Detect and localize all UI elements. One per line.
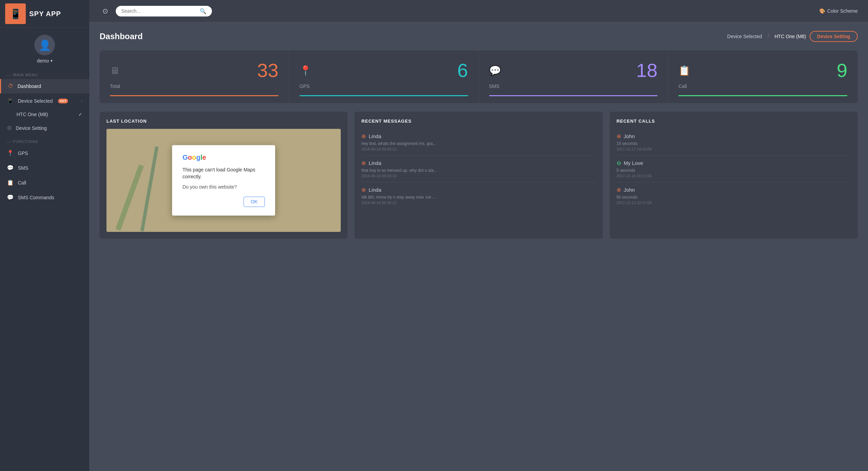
stat-total: 🖥 33 Total [100,51,289,103]
message-timestamp: 2016-06-10 09:20:10 [361,174,596,178]
sidebar-item-label: Call [18,180,26,186]
sidebar: 📱 SPY APP 👤 demo --- MAIN MENU ⏱ Dashboa… [0,0,89,471]
message-preview: hey lind, whats the assignment ms. gra..… [361,141,596,146]
call-timestamp: 2017-12-17 14:10:06 [617,147,851,151]
map-container: Google This page can't load Google Maps … [106,129,341,232]
gps-stat-icon: 📍 [300,65,312,76]
back-button[interactable]: ⊙ [100,5,111,16]
gps-label: GPS [300,83,468,89]
message-item[interactable]: ⊕ Linda hey lind, whats the assignment m… [361,129,596,156]
sms-commands-icon: 💬 [7,194,14,201]
sidebar-item-label: SMS Commands [18,195,54,200]
username[interactable]: demo [37,58,52,64]
sidebar-item-call[interactable]: 📋 Call [0,175,89,190]
panels-row: LAST LOCATION Google This page can't loa… [100,112,858,239]
messages-list: ⊕ Linda hey lind, whats the assignment m… [361,129,596,209]
gear-icon: ⚙ [7,125,12,131]
call-contact: John [624,133,635,139]
device-setting-button[interactable]: Device Setting [810,31,858,42]
htc-label: HTC One (M8) [16,112,48,117]
search-icon: 🔍 [200,8,206,14]
logo-icon: 📱 [5,3,26,24]
total-icon: 🖥 [110,65,120,76]
total-value: 33 [257,61,278,80]
gps-bar [300,95,468,96]
sidebar-item-device-setting[interactable]: ⚙ Device Setting [0,121,89,135]
sidebar-item-htc[interactable]: HTC One (M8) ✓ [0,108,89,121]
message-timestamp: 2016-06-10 09:40:11 [361,147,596,151]
message-direction-icon: ⊕ [361,187,366,193]
call-bar [678,95,847,96]
breadcrumb-device-selected: Device Selected [727,34,762,39]
recent-messages-title: RECENT MESSAGES [361,119,596,124]
color-scheme-icon: 🎨 [819,8,825,14]
sidebar-item-label: Device Setting [16,125,47,131]
functions-label: --- FUNCTIONS [0,135,89,146]
sidebar-item-label: GPS [18,150,28,156]
search-input[interactable] [121,8,197,14]
stats-row: 🖥 33 Total 📍 6 GPS 💬 18 SMS [100,51,858,103]
message-direction-icon: ⊕ [361,133,366,139]
call-duration: 60 seconds [617,195,851,200]
map-road-1 [115,164,144,231]
stat-gps: 📍 6 GPS [289,51,479,103]
recent-messages-panel: RECENT MESSAGES ⊕ Linda hey lind, whats … [354,112,602,239]
user-area: 👤 demo [0,28,89,69]
dashboard-icon: ⏱ [8,83,13,89]
hot-badge: HOT [58,99,68,103]
sms-icon: 💬 [7,165,14,171]
sms-value: 18 [636,61,657,80]
message-item[interactable]: ⊕ Linda that boy is so messed up. why dn… [361,156,596,182]
message-contact: Linda [369,133,381,139]
recent-calls-panel: RECENT CALLS ⊕ John 15 seconds 2017-12-1… [610,112,858,239]
sidebar-item-label: Dashboard [18,83,41,89]
content-area: Dashboard Device Selected / HTC One (M8)… [89,22,868,471]
call-contact: My Love [624,160,643,166]
message-preview: Idk tbh, imma try n stay away now. Ive .… [361,195,596,200]
stat-top-total: 🖥 33 [110,61,279,80]
sidebar-item-sms[interactable]: 💬 SMS [0,160,89,175]
call-stat-icon: 📋 [678,65,690,76]
color-scheme-label: Color Scheme [827,8,858,14]
stat-sms: 💬 18 SMS [479,51,668,103]
logo-area: 📱 SPY APP [0,0,89,28]
map-road-2 [140,146,158,232]
sidebar-item-label: Device Selected [18,98,53,104]
call-icon: 📋 [7,179,14,186]
search-bar: 🔍 [116,6,212,16]
check-icon: ✓ [78,112,82,117]
call-duration: 15 seconds [617,141,851,146]
page-header: Dashboard Device Selected / HTC One (M8)… [100,31,858,42]
sidebar-item-label: SMS [18,165,28,171]
call-direction-icon: ⊕ [617,133,621,139]
sidebar-item-sms-commands[interactable]: 💬 SMS Commands [0,190,89,205]
color-scheme-button[interactable]: 🎨 Color Scheme [819,8,858,14]
sidebar-item-gps[interactable]: 📍 GPS [0,146,89,160]
calls-list: ⊕ John 15 seconds 2017-12-17 14:10:06 ⊖ … [617,129,851,209]
google-logo: Google [182,154,265,161]
stat-top-gps: 📍 6 [300,61,468,80]
call-direction-icon: ⊖ [617,160,621,166]
call-label: Call [678,83,847,89]
message-direction-icon: ⊕ [361,160,366,166]
message-timestamp: 2016-06-10 09:16:12 [361,201,596,205]
call-item[interactable]: ⊕ John 60 seconds 2017-12-13 12:17:06 [617,182,851,209]
sidebar-item-device-selected[interactable]: 📱 Device Selected HOT › [0,93,89,108]
page-header-right: Device Selected / HTC One (M8) Device Se… [727,31,858,42]
google-error-question: Do you own this website? [182,184,265,190]
call-timestamp: 2017-12-14 19:11:06 [617,174,851,178]
call-item[interactable]: ⊕ John 15 seconds 2017-12-17 14:10:06 [617,129,851,156]
call-item[interactable]: ⊖ My Love 5 seconds 2017-12-14 19:11:06 [617,156,851,182]
sms-label: SMS [489,83,658,89]
google-ok-button[interactable]: OK [244,197,265,207]
call-duration: 5 seconds [617,168,851,173]
sidebar-item-dashboard[interactable]: ⏱ Dashboard [0,79,89,93]
stat-top-sms: 💬 18 [489,61,658,80]
topbar: ⊙ 🔍 🎨 Color Scheme [89,0,868,22]
stat-call: 📋 9 Call [668,51,858,103]
app-name: SPY APP [29,10,61,18]
recent-calls-title: RECENT CALLS [617,119,851,124]
message-item[interactable]: ⊕ Linda Idk tbh, imma try n stay away no… [361,182,596,209]
last-location-title: LAST LOCATION [106,119,341,124]
call-direction-icon: ⊕ [617,187,621,193]
